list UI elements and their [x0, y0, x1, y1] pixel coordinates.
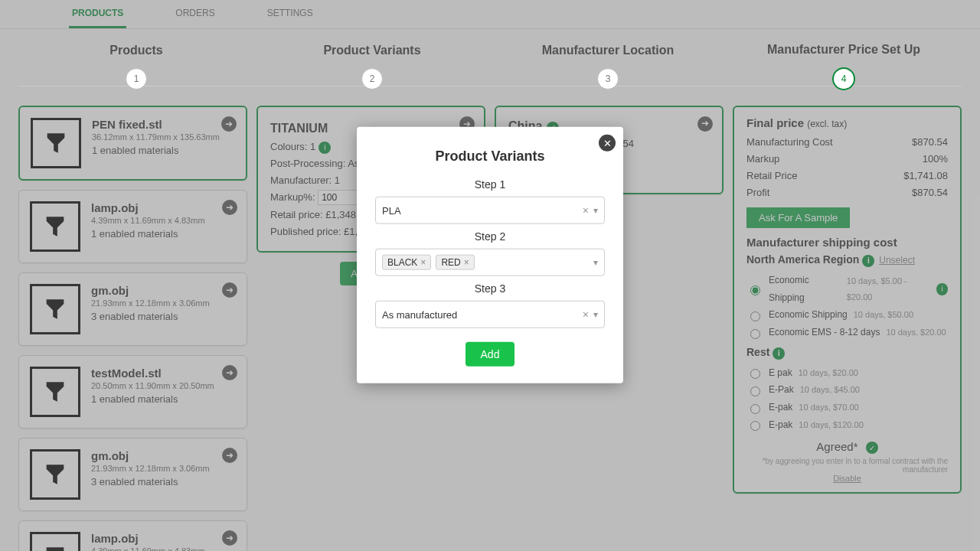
step-circle-2[interactable]: 2: [361, 68, 383, 90]
close-icon[interactable]: ✕: [599, 135, 616, 152]
modal-title: Product Variants: [375, 148, 605, 165]
chip-remove-icon[interactable]: ×: [420, 257, 426, 268]
product-variants-modal: ✕ Product Variants Step 1 PLA × ▾ Step 2…: [357, 127, 623, 383]
clear-icon[interactable]: ×: [583, 204, 589, 217]
finish-value: As manufactured: [382, 308, 578, 320]
modal-step-3-label: Step 3: [375, 282, 605, 295]
chevron-down-icon[interactable]: ▾: [593, 257, 598, 268]
step-circle-1[interactable]: 1: [126, 68, 147, 90]
step-circle-4[interactable]: 4: [832, 67, 855, 90]
colour-select[interactable]: BLACK× RED× ▾: [375, 249, 605, 276]
step-circle-3[interactable]: 3: [597, 68, 619, 90]
material-select[interactable]: PLA × ▾: [375, 197, 605, 224]
step-line: [18, 86, 962, 86]
finish-select[interactable]: As manufactured × ▾: [375, 301, 605, 328]
colour-chip: RED×: [436, 255, 474, 270]
chip-remove-icon[interactable]: ×: [464, 257, 469, 268]
material-value: PLA: [382, 204, 578, 216]
chevron-down-icon[interactable]: ▾: [593, 309, 598, 320]
modal-step-1-label: Step 1: [375, 178, 605, 191]
modal-step-2-label: Step 2: [375, 230, 605, 243]
chevron-down-icon[interactable]: ▾: [593, 205, 598, 216]
colour-chip: BLACK×: [382, 255, 431, 270]
add-button[interactable]: Add: [466, 342, 515, 367]
clear-icon[interactable]: ×: [583, 308, 589, 321]
